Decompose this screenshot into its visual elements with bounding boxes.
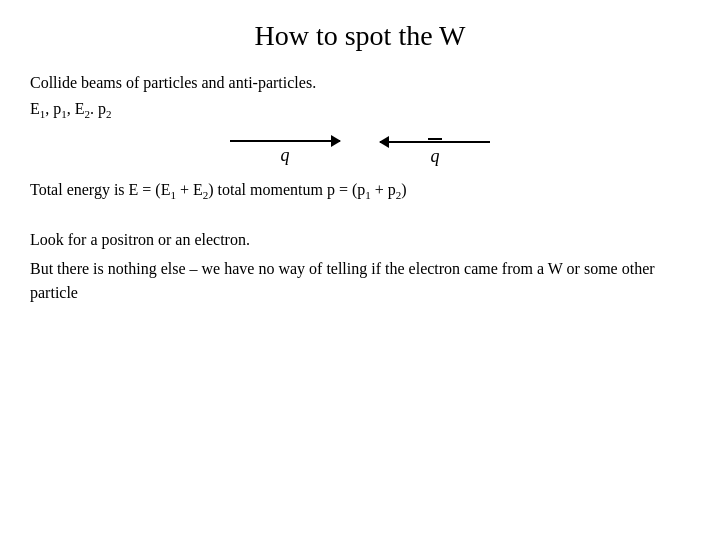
left-beam-wrapper xyxy=(380,138,490,143)
page-title: How to spot the W xyxy=(30,20,690,52)
collision-diagram: q q xyxy=(30,138,690,167)
collide-text: Collide beams of particles and anti-part… xyxy=(30,74,690,92)
q-right-label: q xyxy=(281,145,290,166)
arrow-right xyxy=(230,140,340,142)
look-text: Look for a positron or an electron. xyxy=(30,231,690,249)
total-energy-text: Total energy is E = (E1 + E2) total mome… xyxy=(30,181,690,201)
right-arrow-line xyxy=(230,140,340,142)
page: How to spot the W Collide beams of parti… xyxy=(0,0,720,540)
beam-right: q xyxy=(380,138,490,167)
energy-text: E1, p1, E2. p2 xyxy=(30,100,690,120)
beam-left: q xyxy=(230,140,340,166)
but-text: But there is nothing else – we have no w… xyxy=(30,257,690,303)
q-overline xyxy=(428,138,442,140)
q-left-label: q xyxy=(431,146,440,167)
left-arrow-line xyxy=(380,141,490,143)
